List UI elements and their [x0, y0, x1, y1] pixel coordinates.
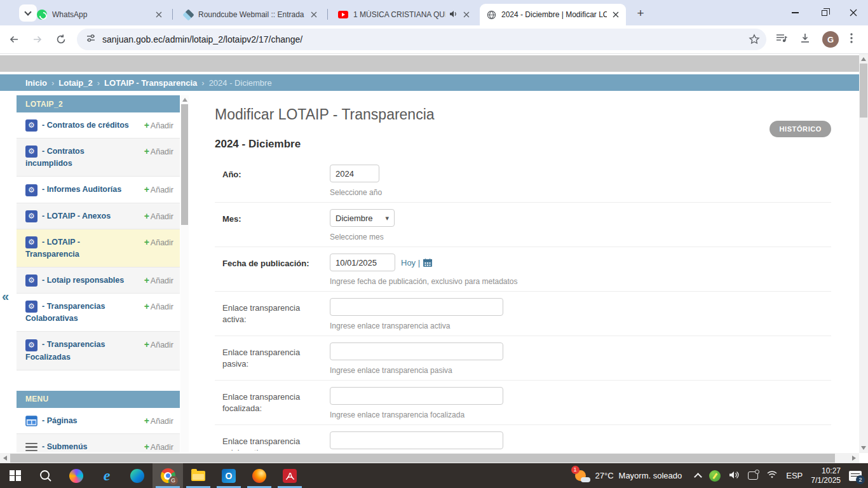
scroll-up-arrow[interactable] [182, 98, 187, 102]
sidebar-item-label[interactable]: - Informes Auditorías [42, 185, 121, 194]
internet-explorer-button[interactable]: e [92, 463, 122, 488]
add-link[interactable]: +Añadir [144, 274, 173, 287]
scroll-down-arrow[interactable] [861, 446, 866, 450]
address-bar[interactable]: sanjuan.gob.ec/admin/lotaip_2/lotaipv2/1… [77, 29, 766, 50]
tab-whatsapp[interactable]: WhatsApp [31, 4, 169, 25]
enlace-activa-input[interactable] [330, 298, 503, 316]
minimize-button[interactable] [780, 0, 810, 25]
firefox-button[interactable] [244, 463, 275, 488]
sidebar-item-label[interactable]: - Contratos de créditos [42, 121, 129, 130]
sidebar-item-contratos-incumplidos[interactable]: ⚙- Contratos incumplidos +Añadir [17, 139, 180, 177]
add-link[interactable]: +Añadir [144, 339, 173, 351]
bookmark-star-icon[interactable] [749, 34, 760, 48]
gear-icon: ⚙ [25, 236, 37, 248]
add-link[interactable]: +Añadir [144, 415, 173, 428]
copilot-button[interactable] [61, 463, 92, 488]
outlook-button[interactable]: O [214, 463, 244, 488]
sidebar-item-lotaip-anexos[interactable]: ⚙- LOTAIP - Anexos +Añadir [17, 203, 180, 229]
sidebar-item-lotaip-responsables[interactable]: ⚙- Lotaip responsables +Añadir [17, 268, 180, 294]
horizontal-scrollbar[interactable] [0, 453, 859, 463]
volume-icon[interactable] [729, 470, 740, 482]
taskbar-search-button[interactable] [31, 463, 61, 488]
folder-icon [191, 471, 205, 481]
sidebar-item-label[interactable]: - Submenús [42, 442, 88, 451]
sidebar-item-paginas[interactable]: - Páginas +Añadir [17, 408, 180, 434]
vertical-scrollbar[interactable] [859, 54, 868, 453]
add-link[interactable]: +Añadir [144, 119, 173, 132]
restore-button[interactable] [810, 0, 839, 25]
chrome-button[interactable]: G [153, 463, 183, 488]
breadcrumb-link-transparencia[interactable]: LOTAIP - Transparencia [104, 78, 197, 88]
ano-input[interactable] [330, 165, 379, 182]
sidebar-item-submenus[interactable]: - Submenús +Añadir [17, 434, 180, 452]
gear-icon: ⚙ [25, 301, 37, 313]
tab-roundcube[interactable]: Roundcube Webmail :: Entrada [177, 4, 324, 25]
downloads-icon[interactable] [799, 32, 811, 46]
scrollbar-thumb[interactable] [860, 64, 867, 118]
add-link[interactable]: +Añadir [144, 146, 173, 158]
edge-button[interactable] [122, 463, 153, 488]
sidebar-item-lotaip-transparencia[interactable]: ⚙- LOTAIP - Transparencia +Añadir [17, 229, 180, 268]
back-button[interactable] [4, 30, 24, 49]
fecha-input[interactable] [330, 254, 395, 271]
taskbar-clock[interactable]: 10:27 7/1/2025 [811, 466, 841, 485]
sidebar-item-informes-auditorias[interactable]: ⚙- Informes Auditorías +Añadir [17, 177, 180, 203]
site-settings-icon[interactable] [86, 33, 96, 46]
reload-button[interactable] [51, 30, 71, 49]
file-explorer-button[interactable] [183, 463, 214, 488]
add-link[interactable]: +Añadir [144, 236, 173, 249]
hoy-link[interactable]: Hoy | [401, 258, 420, 268]
tab-close-icon[interactable] [461, 10, 471, 20]
mes-select[interactable]: Diciembre ▾ [330, 209, 395, 227]
scroll-left-arrow[interactable] [3, 456, 7, 461]
close-button[interactable] [839, 0, 868, 25]
breadcrumb-link-lotaip2[interactable]: Lotaip_2 [58, 78, 92, 88]
sidebar-item-contratos-creditos[interactable]: ⚙- Contratos de créditos +Añadir [17, 112, 180, 139]
tab-active-admin[interactable]: 2024 - Diciembre | Modificar LO [480, 4, 626, 25]
tab-close-icon[interactable] [611, 10, 621, 20]
acrobat-button[interactable] [275, 463, 305, 488]
weather-widget[interactable]: 1 27°C Mayorm. soleado [574, 469, 682, 483]
tab-youtube[interactable]: 1 MÚSICA CRISTIANA QUE [332, 4, 477, 25]
action-center-icon[interactable]: 2 [849, 471, 862, 481]
scrollbar-thumb[interactable] [10, 454, 835, 463]
new-tab-button[interactable]: + [632, 5, 649, 22]
profile-avatar[interactable]: G [822, 31, 839, 48]
enlace-focalizada-input[interactable] [330, 387, 503, 405]
scroll-right-arrow[interactable] [852, 456, 856, 461]
breadcrumb-link-inicio[interactable]: Inicio [25, 78, 47, 88]
forward-button[interactable] [28, 30, 47, 49]
form-row-fecha: Fecha de publicación: Hoy | Ingrese fech… [215, 247, 831, 292]
url-text[interactable]: sanjuan.gob.ec/admin/lotaip_2/lotaipv2/1… [102, 34, 302, 44]
enlace-pasiva-input[interactable] [330, 342, 503, 360]
menu-dots-icon[interactable] [850, 33, 853, 46]
language-indicator[interactable]: ESP [786, 471, 803, 480]
add-link[interactable]: +Añadir [144, 441, 173, 452]
historico-button[interactable]: HISTÓRICO [770, 121, 831, 137]
enlace-colaborativa-input[interactable] [330, 431, 503, 449]
sidebar-collapse-toggle[interactable]: « [2, 289, 9, 304]
scrollbar-thumb[interactable] [181, 104, 188, 225]
add-link[interactable]: +Añadir [144, 210, 173, 223]
hamburger-icon [25, 443, 37, 452]
sidebar-item-label[interactable]: - LOTAIP - Anexos [42, 212, 111, 220]
tab-close-icon[interactable] [309, 10, 319, 20]
add-link[interactable]: +Añadir [144, 301, 173, 313]
wifi-icon[interactable] [766, 470, 778, 481]
media-controls-icon[interactable] [775, 32, 788, 46]
tray-expand-icon[interactable] [694, 473, 702, 481]
tab-audio-icon[interactable] [449, 10, 458, 20]
sidebar-item-label[interactable]: - Páginas [42, 416, 78, 425]
tray-device-icon[interactable] [748, 471, 758, 480]
start-button[interactable] [0, 463, 31, 488]
add-link[interactable]: +Añadir [144, 184, 173, 196]
antivirus-tray-icon[interactable] [709, 470, 721, 482]
sidebar-item-label[interactable]: - Lotaip responsables [42, 276, 124, 285]
scroll-up-arrow[interactable] [861, 57, 866, 61]
sidebar-scrollbar[interactable] [180, 95, 189, 452]
sidebar-item-transparencias-colaborativas[interactable]: ⚙- Transparencias Colaborativas +Añadir [17, 294, 180, 332]
sidebar-item-transparencias-focalizadas[interactable]: ⚙- Transparencias Focalizadas +Añadir [17, 332, 180, 370]
field-label: Enlace transparencia focalizada: [222, 387, 330, 419]
calendar-icon[interactable] [423, 258, 433, 270]
tab-close-icon[interactable] [154, 10, 164, 20]
